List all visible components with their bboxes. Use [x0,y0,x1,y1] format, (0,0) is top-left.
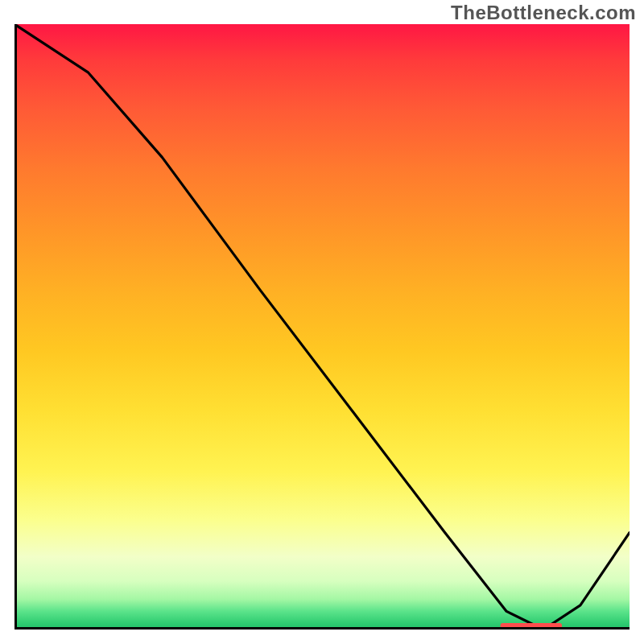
optimal-range-marker [501,623,562,629]
watermark-text: TheBottleneck.com [451,2,636,24]
plot-area [14,24,630,630]
line-chart-svg [14,24,630,630]
chart-container: TheBottleneck.com [0,0,644,644]
bottleneck-curve-path [14,24,630,630]
